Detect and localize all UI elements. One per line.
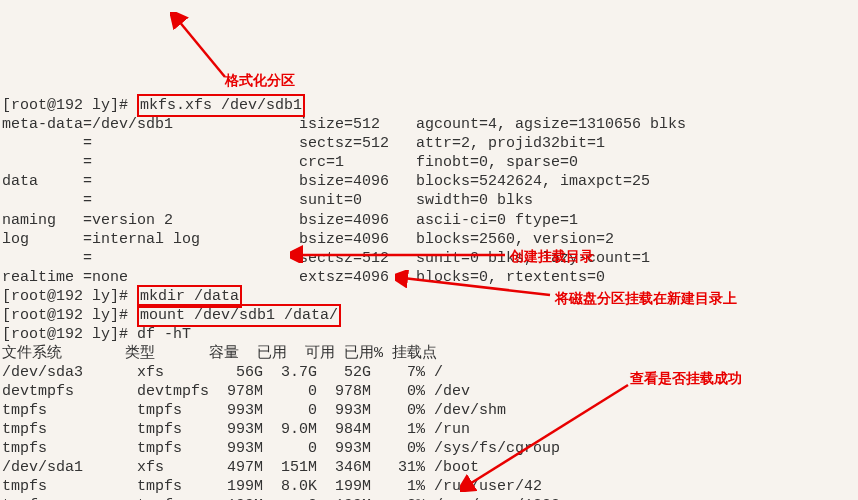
df-row: devtmpfs devtmpfs 978M 0 978M 0% /dev <box>2 383 470 400</box>
terminal-output: [root@192 ly]# mkfs.xfs /dev/sdb1 meta-d… <box>2 77 856 500</box>
df-row: tmpfs tmpfs 993M 0 993M 0% /sys/fs/cgrou… <box>2 440 560 457</box>
mkfs-line: = sectsz=512 attr=2, projid32bit=1 <box>2 135 605 152</box>
prompt: [root@192 ly]# <box>2 97 128 114</box>
mkfs-line: realtime =none extsz=4096 blocks=0, rtex… <box>2 269 605 286</box>
mkfs-line: meta-data=/dev/sdb1 isize=512 agcount=4,… <box>2 116 686 133</box>
mkfs-line: log =internal log bsize=4096 blocks=2560… <box>2 231 614 248</box>
prompt: [root@192 ly]# <box>2 288 128 305</box>
df-header: 文件系统 类型 容量 已用 可用 已用% 挂载点 <box>2 345 437 362</box>
mkfs-line: = sunit=0 swidth=0 blks <box>2 192 533 209</box>
prompt: [root@192 ly]# <box>2 326 128 343</box>
cmd-df: df -hT <box>137 326 191 343</box>
annotation-mkdir: 创建挂载目录 <box>510 248 594 266</box>
annotation-mount: 将磁盘分区挂载在新建目录上 <box>555 290 737 308</box>
mkfs-line: naming =version 2 bsize=4096 ascii-ci=0 … <box>2 212 578 229</box>
df-row: tmpfs tmpfs 993M 0 993M 0% /dev/shm <box>2 402 506 419</box>
svg-line-1 <box>178 20 225 77</box>
df-row: tmpfs tmpfs 993M 9.0M 984M 1% /run <box>2 421 470 438</box>
mkfs-line: = crc=1 finobt=0, sparse=0 <box>2 154 578 171</box>
annotation-check: 查看是否挂载成功 <box>630 370 742 388</box>
cmd-mount: mount /dev/sdb1 /data/ <box>137 304 341 327</box>
df-row: /dev/sda3 xfs 56G 3.7G 52G 7% / <box>2 364 443 381</box>
df-row: tmpfs tmpfs 199M 8.0K 199M 1% /run/user/… <box>2 478 542 495</box>
prompt: [root@192 ly]# <box>2 307 128 324</box>
cmd-mkfs: mkfs.xfs /dev/sdb1 <box>137 94 305 117</box>
df-row: /dev/sda1 xfs 497M 151M 346M 31% /boot <box>2 459 479 476</box>
mkfs-line: data = bsize=4096 blocks=5242624, imaxpc… <box>2 173 650 190</box>
annotation-format: 格式化分区 <box>225 72 295 90</box>
